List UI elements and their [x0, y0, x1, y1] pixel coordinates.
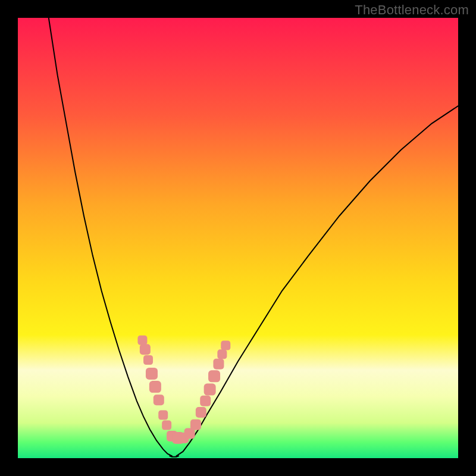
- highlight-marker: [217, 349, 227, 359]
- highlight-marker: [196, 407, 206, 418]
- highlight-marker: [208, 370, 220, 382]
- plot-area: [18, 18, 458, 458]
- highlight-marker: [162, 421, 171, 430]
- highlight-marker: [221, 341, 230, 350]
- highlight-marker: [146, 368, 158, 380]
- highlight-marker: [190, 419, 201, 430]
- highlight-marker: [149, 381, 161, 393]
- highlight-marker: [140, 344, 151, 355]
- attribution-label: TheBottleneck.com: [355, 2, 469, 18]
- highlight-marker: [158, 410, 168, 419]
- highlight-marker: [213, 359, 224, 369]
- highlight-marker: [200, 396, 211, 406]
- marker-layer: [18, 18, 458, 458]
- highlight-marker: [143, 355, 153, 365]
- highlight-marker: [204, 384, 216, 396]
- highlight-marker: [154, 394, 164, 405]
- highlight-marker: [137, 336, 147, 345]
- chart-frame: TheBottleneck.com: [0, 0, 476, 476]
